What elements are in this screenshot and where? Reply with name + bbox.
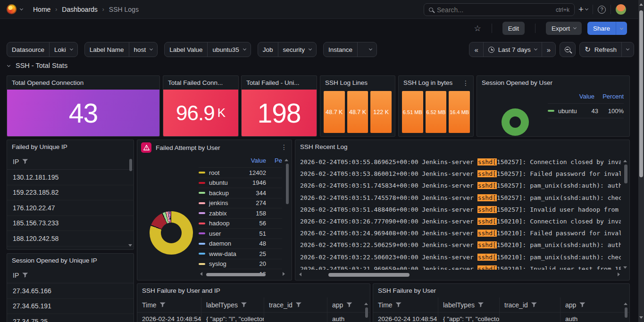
org-switcher-chevron-icon[interactable] [20, 7, 23, 10]
filter-value-dropdown[interactable]: ubuntu35 [208, 42, 250, 57]
scroll-up-icon[interactable] [639, 3, 643, 6]
scroll-up-icon[interactable] [623, 160, 627, 162]
table-row[interactable]: 159.223.185.82 [7, 185, 134, 201]
vertical-scrollbar[interactable] [129, 159, 132, 171]
table-row[interactable]: 2026-02-24 10:48:54 { "app": "I", "colle… [373, 313, 629, 322]
filter-value-dropdown[interactable]: Loki [50, 42, 77, 57]
filter-funnel-icon[interactable] [396, 302, 401, 308]
filter-funnel-icon[interactable] [579, 302, 585, 308]
log-line[interactable]: 2026-02-24T05:03:21.969659+00:00 Jenkins… [300, 263, 621, 270]
legend-header-value[interactable]: Value [238, 157, 266, 167]
log-line[interactable]: 2026-02-24T05:03:22.506259+00:00 Jenkins… [300, 239, 621, 251]
legend-row[interactable]: syslog 20 [199, 259, 282, 269]
horizontal-scrollbar[interactable] [328, 273, 410, 277]
search-box[interactable]: ctrl+k [424, 3, 575, 16]
legend-row[interactable]: backup 344 [199, 188, 282, 198]
panel-title[interactable]: Session Opened by Unique IP [7, 254, 134, 267]
column-header-trace-id[interactable]: trace_id [500, 297, 560, 312]
vertical-scrollbar[interactable] [624, 165, 627, 183]
legend-header-percent[interactable]: Pe [266, 157, 282, 167]
panel-menu-icon[interactable]: ⋮ [461, 78, 470, 88]
help-icon[interactable]: ? [598, 6, 606, 14]
panel-title[interactable]: Session Opened by User [477, 76, 629, 90]
log-line[interactable]: 2026-02-24T05:03:51.488406+00:00 Jenkins… [300, 204, 621, 215]
scroll-left-icon[interactable] [299, 272, 301, 276]
share-button[interactable]: Share [587, 22, 616, 35]
page-scrollbar-thumb[interactable] [639, 10, 643, 177]
column-header-time[interactable]: Time [137, 297, 201, 312]
scroll-right-icon[interactable] [618, 272, 620, 276]
log-line[interactable]: 2026-02-24T05:03:51.745578+00:00 Jenkins… [300, 192, 621, 204]
page-scrollbar[interactable] [638, 0, 644, 322]
filter-funnel-icon[interactable] [160, 302, 166, 308]
panel-title[interactable]: SSH Recent Log [295, 140, 629, 154]
filter-funnel-icon[interactable] [241, 302, 247, 308]
column-header-trace-id[interactable]: trace_id [264, 297, 327, 312]
log-line[interactable]: 2026-02-24T05:03:22.506023+00:00 Jenkins… [300, 251, 621, 263]
scroll-right-icon[interactable] [283, 272, 285, 276]
scroll-left-icon[interactable] [200, 272, 202, 276]
table-row[interactable]: 2026-02-24 10:48:54 { "app": "I", "colle… [137, 313, 370, 322]
horizontal-scrollbar[interactable] [206, 273, 266, 276]
time-range-picker[interactable]: Last 7 days [483, 42, 542, 57]
column-label-ip[interactable]: IP [13, 272, 19, 279]
column-label-ip[interactable]: IP [13, 158, 19, 165]
share-menu-button[interactable] [616, 22, 627, 35]
filter-value-dropdown[interactable]: host [129, 42, 158, 57]
log-lines[interactable]: 2026-02-24T05:03:55.869625+00:00 Jenkins… [300, 156, 621, 270]
vertical-scrollbar[interactable] [365, 307, 368, 318]
filter-funnel-icon[interactable] [22, 159, 28, 165]
legend-row[interactable]: hadoop 56 [199, 218, 282, 229]
filter-funnel-icon[interactable] [346, 302, 352, 308]
export-button[interactable]: Export [546, 22, 582, 35]
panel-title[interactable]: Total Failed - Uni... [242, 76, 317, 90]
scroll-down-icon[interactable] [623, 266, 627, 269]
legend-row[interactable]: ubuntu 43 100% [548, 104, 624, 118]
legend-row[interactable]: uucp 18 [199, 269, 282, 273]
legend-row[interactable]: ubuntu 1946 [199, 178, 282, 188]
share-split-button[interactable]: Share [587, 22, 627, 35]
row-header-ssh-total-stats[interactable]: SSH - Total Stats [8, 62, 67, 69]
legend-row[interactable]: www-data 25 [199, 248, 282, 259]
add-new-button[interactable]: + [578, 5, 588, 14]
log-line[interactable]: 2026-02-24T05:03:26.777090+00:00 Jenkins… [300, 215, 621, 227]
legend-row[interactable]: daemon 48 [199, 239, 282, 249]
refresh-button[interactable]: ↻ Refresh [580, 42, 621, 57]
panel-title[interactable]: Total Opened Connection [7, 76, 159, 90]
legend-row[interactable]: jenkins 274 [199, 198, 282, 208]
log-line[interactable]: 2026-02-24T05:03:55.869625+00:00 Jenkins… [300, 156, 621, 168]
legend-row[interactable]: root 12402 [199, 167, 282, 178]
vertical-scrollbar[interactable] [286, 164, 289, 204]
grafana-logo-icon[interactable] [7, 4, 17, 14]
vertical-scrollbar[interactable] [625, 307, 627, 318]
edit-button[interactable]: Edit [502, 22, 525, 35]
table-row[interactable]: 27.34.75.25 [7, 314, 134, 322]
table-row[interactable]: 130.12.181.195 [7, 170, 134, 185]
search-input[interactable] [437, 6, 552, 14]
filter-funnel-icon[interactable] [531, 302, 537, 308]
legend-header-value[interactable]: Value [570, 93, 594, 100]
refresh-interval-dropdown[interactable] [621, 42, 634, 57]
time-shift-forward-button[interactable]: » [542, 42, 555, 57]
filter-funnel-icon[interactable] [296, 302, 301, 308]
filter-funnel-icon[interactable] [22, 272, 28, 278]
column-header-labeltypes[interactable]: labelTypes [201, 297, 264, 312]
column-header-app[interactable]: app [560, 297, 629, 312]
legend-header-percent[interactable]: Percent [594, 93, 624, 100]
panel-title[interactable]: Failed by Unique IP [7, 140, 134, 154]
scroll-down-icon[interactable] [639, 316, 643, 319]
panel-title[interactable]: Total Failed Conn... [163, 76, 238, 90]
log-line[interactable]: 2026-02-24T05:03:51.745834+00:00 Jenkins… [300, 180, 621, 191]
star-favorite-icon[interactable]: ☆ [474, 24, 481, 33]
filter-funnel-icon[interactable] [478, 302, 484, 308]
panel-title[interactable]: Failed Attempt by User [156, 144, 220, 151]
scroll-up-icon[interactable] [364, 303, 368, 305]
time-shift-back-button[interactable]: « [469, 42, 483, 57]
user-avatar[interactable] [616, 4, 626, 15]
legend-row[interactable]: zabbix 158 [199, 208, 282, 218]
filter-value-dropdown[interactable]: security [278, 42, 317, 57]
table-row[interactable]: 27.34.65.191 [7, 299, 134, 314]
panel-alert-icon[interactable] [141, 142, 151, 153]
panel-title[interactable]: SSH Failure by User and IP [137, 284, 370, 297]
column-header-app[interactable]: app [327, 297, 370, 312]
